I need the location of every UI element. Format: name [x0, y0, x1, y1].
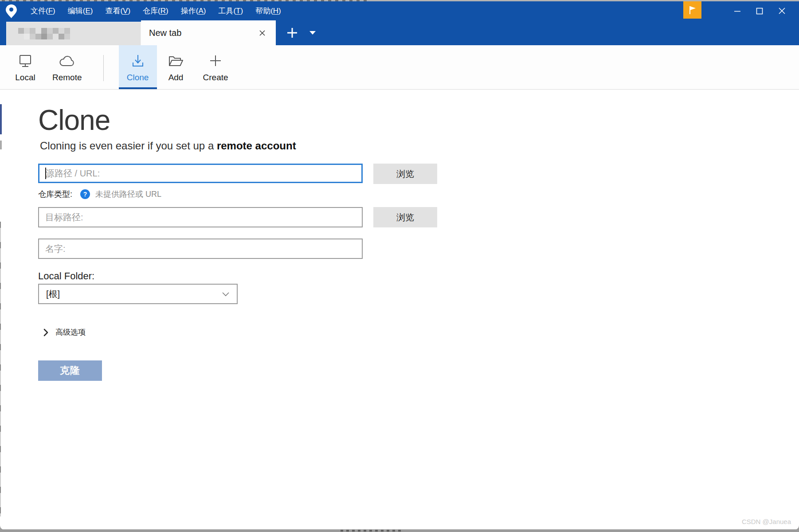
tab-new-tab[interactable]: New tab — [141, 20, 276, 45]
menu-help[interactable]: 帮助(H) — [249, 1, 287, 20]
toolbar-label: Create — [203, 73, 228, 82]
plus-icon — [286, 27, 298, 39]
edge-artifact-marks — [0, 222, 1, 516]
browse-source-button[interactable]: 浏览 — [373, 164, 437, 184]
sourcetree-logo-icon — [5, 4, 17, 19]
name-input-wrap — [38, 239, 363, 259]
local-folder-label: Local Folder: — [38, 270, 799, 282]
left-edge-artifact-gray — [0, 141, 2, 149]
minimize-icon — [734, 8, 741, 15]
repo-type-row: 仓库类型: ? 未提供路径或 URL — [38, 188, 799, 200]
advanced-options-label: 高级选项 — [55, 327, 86, 337]
destination-input-wrap — [38, 207, 363, 227]
maximize-icon — [756, 8, 763, 15]
selected-folder-value: [根] — [46, 288, 60, 300]
toolbar-clone[interactable]: Clone — [119, 45, 157, 89]
repo-type-label: 仓库类型: — [38, 189, 72, 200]
destination-row: 浏览 — [38, 207, 799, 227]
close-icon — [259, 30, 266, 36]
plus-icon — [208, 51, 223, 69]
chevron-down-icon — [222, 292, 230, 297]
screen-bottom-edge-artifact — [0, 529, 799, 532]
destination-path-input[interactable] — [38, 207, 363, 227]
repo-name-input[interactable] — [38, 239, 363, 259]
clone-page: Clone Cloning is even easier if you set … — [0, 106, 799, 381]
close-icon — [778, 7, 786, 15]
menu-repository[interactable]: 仓库(R) — [137, 1, 175, 20]
sourcetree-window: 文件(F) 编辑(E) 查看(V) 仓库(R) 操作(A) 工具(T) 帮助(H… — [0, 1, 799, 530]
toolbar-local[interactable]: Local — [6, 45, 44, 89]
toolbar-label: Local — [15, 73, 35, 82]
toolbar-add[interactable]: Add — [157, 45, 195, 89]
close-button[interactable] — [771, 1, 793, 20]
watermark: CSDN @Januea — [742, 518, 791, 525]
window-controls — [726, 1, 793, 20]
repo-type-status: 未提供路径或 URL — [95, 189, 161, 200]
download-icon — [129, 51, 146, 69]
toolbar-label: Add — [168, 73, 184, 82]
chevron-down-icon — [309, 31, 316, 35]
edge-artifact-marks — [341, 530, 403, 532]
flag-icon — [688, 5, 697, 15]
menu-bar: 文件(F) 编辑(E) 查看(V) 仓库(R) 操作(A) 工具(T) 帮助(H… — [24, 1, 287, 20]
remote-account-link[interactable]: remote account — [217, 140, 296, 152]
toolbar-create[interactable]: Create — [195, 45, 236, 89]
toolbar-label: Clone — [127, 73, 149, 82]
help-icon[interactable]: ? — [80, 189, 90, 199]
tab-bar: New tab — [0, 20, 799, 45]
open-folder-icon — [167, 51, 185, 69]
tab-redacted-repo[interactable] — [6, 22, 141, 45]
redacted-name-mosaic — [18, 28, 70, 39]
advanced-options-expander[interactable]: 高级选项 — [43, 327, 799, 337]
left-edge-artifact-strip — [0, 222, 1, 516]
maximize-button[interactable] — [748, 1, 771, 20]
toolbar-divider — [103, 55, 104, 81]
name-row — [38, 239, 799, 259]
menu-tools[interactable]: 工具(T) — [212, 1, 249, 20]
menu-edit[interactable]: 编辑(E) — [62, 1, 99, 20]
left-edge-artifact-blue — [0, 104, 2, 134]
menu-view[interactable]: 查看(V) — [99, 1, 137, 20]
flag-button[interactable] — [683, 1, 701, 19]
monitor-icon — [17, 51, 34, 69]
new-tab-button[interactable] — [282, 20, 302, 45]
subtitle-text: Cloning is even easier if you set up a — [40, 140, 217, 152]
toolbar: Local Remote Clone — [0, 45, 799, 90]
minimize-button[interactable] — [726, 1, 748, 20]
local-folder-select[interactable]: [根] — [38, 284, 238, 304]
tab-list-dropdown-button[interactable] — [305, 20, 320, 45]
tab-close-button[interactable] — [256, 27, 268, 39]
toolbar-remote[interactable]: Remote — [44, 45, 90, 89]
browse-destination-button[interactable]: 浏览 — [373, 207, 437, 227]
titlebar: 文件(F) 编辑(E) 查看(V) 仓库(R) 操作(A) 工具(T) 帮助(H… — [0, 1, 799, 20]
chevron-right-icon — [43, 329, 48, 336]
clone-button[interactable]: 克隆 — [38, 360, 102, 381]
toolbar-label: Remote — [52, 73, 82, 82]
source-path-input[interactable] — [38, 164, 363, 183]
text-caret — [45, 168, 46, 179]
source-input-wrap — [38, 164, 363, 183]
cloud-icon — [58, 51, 76, 69]
tab-label: New tab — [149, 28, 181, 38]
source-row: 浏览 — [38, 164, 799, 184]
subtitle: Cloning is even easier if you set up a r… — [40, 140, 799, 152]
menu-file[interactable]: 文件(F) — [24, 1, 62, 20]
page-title: Clone — [38, 106, 799, 135]
menu-actions[interactable]: 操作(A) — [175, 1, 212, 20]
